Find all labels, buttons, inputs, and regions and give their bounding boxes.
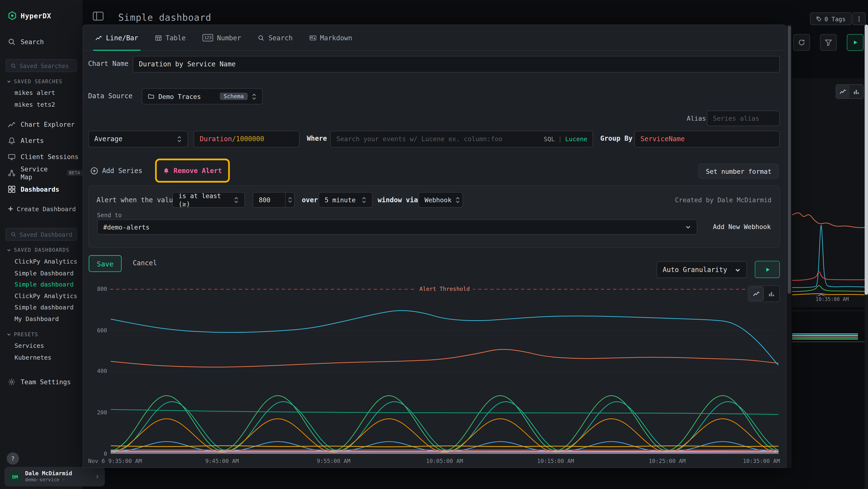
sidebar-item-dashboards[interactable]: Dashboards — [0, 181, 83, 197]
saved-search-item[interactable]: mikes tets2 — [0, 99, 83, 111]
preset-item[interactable]: Services — [0, 341, 83, 352]
add-series-button[interactable]: Add Series — [90, 163, 143, 179]
x-tick: 10:15:00 AM — [537, 458, 574, 464]
user-name: Dale McDiarmid — [25, 470, 72, 477]
x-tick: 9:45:00 AM — [205, 458, 239, 464]
dashboard-item[interactable]: My Dashboard — [0, 314, 83, 325]
x-tick: 10:25:00 AM — [649, 458, 685, 464]
help-button[interactable]: ? — [7, 452, 19, 465]
saved-search-item[interactable]: mikes alert — [0, 88, 83, 99]
filter-icon — [825, 39, 832, 46]
tags-button[interactable]: 0 Tags — [810, 12, 851, 25]
dashboard-item[interactable]: Simple dashboard — [0, 302, 83, 314]
chart-name-input[interactable] — [133, 56, 780, 73]
save-button[interactable]: Save — [89, 255, 122, 272]
saved-searches-header[interactable]: SAVED SEARCHES — [7, 79, 83, 84]
sidebar-item-service-map[interactable]: Service Map BETA — [0, 165, 83, 181]
kebab-menu-button[interactable] — [852, 12, 866, 25]
background-play-button[interactable] — [847, 34, 863, 51]
alert-condition-value: is at least (≥) — [179, 192, 230, 208]
dashboard-item[interactable]: ClickPy Analytics — [0, 256, 83, 268]
line-chart-icon[interactable] — [836, 85, 850, 98]
dashboard-item-active[interactable]: Simple dashboard — [0, 279, 83, 291]
lucene-toggle[interactable]: Lucene — [565, 136, 587, 143]
sidebar-item-chart-explorer[interactable]: Chart Explorer — [0, 116, 83, 132]
sidebar-item-team-settings[interactable]: Team Settings — [0, 374, 83, 390]
saved-dashboards-header[interactable]: SAVED DASHBOARDS — [7, 248, 83, 253]
tab-number[interactable]: 123 Number — [203, 25, 241, 50]
data-source-select[interactable]: Demo Traces Schema — [142, 88, 263, 105]
presets-header[interactable]: PRESETS — [7, 332, 83, 337]
alert-window-select[interactable]: 5 minute — [318, 192, 373, 208]
sidebar-item-alerts[interactable]: Alerts — [0, 132, 83, 148]
number-stepper[interactable] — [285, 192, 294, 208]
bar-chart-icon[interactable] — [850, 85, 863, 98]
tab-label: Line/Bar — [106, 34, 138, 41]
line-chart-icon[interactable] — [749, 287, 764, 301]
page-scrollbar-thumb[interactable] — [865, 25, 868, 295]
main-chart — [110, 283, 779, 456]
saved-searches-search[interactable] — [5, 59, 77, 72]
send-to-value: #demo-alerts — [103, 223, 150, 231]
alert-condition-select[interactable]: is at least (≥) — [173, 192, 245, 208]
tab-markdown[interactable]: Markdown — [309, 25, 352, 50]
tab-table[interactable]: Table — [155, 25, 186, 50]
tab-search[interactable]: Search — [258, 25, 292, 50]
saved-dashboards-search[interactable] — [5, 228, 77, 241]
background-chart-time-label: 10:35:00 AM — [815, 297, 849, 302]
y-tick: 600 — [88, 327, 107, 333]
divider: | — [558, 136, 562, 143]
divider — [792, 310, 868, 311]
brand[interactable]: HyperDX — [0, 0, 83, 20]
sidebar-item-client-sessions[interactable]: Client Sessions — [0, 148, 83, 165]
dashboard-item[interactable]: ClickPy Analytics — [0, 291, 83, 302]
modal-scrollbar-thumb[interactable] — [787, 26, 791, 294]
create-dashboard-button[interactable]: Create Dashboard — [0, 203, 83, 215]
add-new-webhook-link[interactable]: Add New Webhook — [713, 223, 771, 230]
group-by-input[interactable]: ServiceName — [634, 131, 780, 147]
set-number-format-button[interactable]: Set number format — [699, 164, 779, 179]
user-subtitle: demo-service - — [25, 477, 72, 483]
tags-label: 0 Tags — [825, 16, 846, 22]
y-tick: 800 — [88, 286, 107, 292]
bar-chart-icon[interactable] — [764, 287, 779, 301]
aggregation-select[interactable]: Average — [88, 131, 188, 147]
user-menu[interactable]: DM Dale McDiarmid demo-service - — [5, 467, 105, 486]
saved-dashboards-input[interactable] — [20, 231, 72, 238]
search-icon — [258, 34, 265, 41]
number-123-icon: 123 — [203, 34, 213, 41]
filter-button[interactable] — [820, 34, 837, 51]
granularity-select[interactable]: Auto Granularity — [656, 261, 747, 278]
field-input[interactable]: Duration/1000000 — [194, 131, 300, 147]
data-source-value: Demo Traces — [158, 92, 201, 100]
run-query-button[interactable] — [755, 261, 780, 278]
background-chart-type-toggle[interactable] — [836, 84, 864, 99]
sidebar-item-search[interactable]: Search — [0, 36, 83, 48]
preset-item[interactable]: Kubernetes — [0, 352, 83, 364]
background-chart — [792, 89, 868, 296]
schema-badge: Schema — [220, 93, 248, 100]
alert-threshold-label: Alert Threshold — [416, 286, 473, 292]
alias-input[interactable] — [707, 111, 780, 126]
field-divisor: /1000000 — [232, 135, 264, 143]
cancel-button[interactable]: Cancel — [133, 259, 157, 267]
saved-searches-input[interactable] — [20, 62, 72, 69]
x-tick: Nov 6 9:35:00 AM — [88, 458, 142, 464]
query-language-toggle[interactable]: SQL | Lucene — [544, 131, 587, 147]
chevron-right-icon — [95, 474, 100, 479]
sidebar-collapse-icon[interactable] — [93, 11, 104, 21]
alert-channel-select[interactable]: Webhook — [418, 192, 463, 208]
alert-threshold-field — [253, 192, 294, 208]
remove-alert-button[interactable]: Remove Alert — [163, 167, 222, 174]
dashboard-item[interactable]: Simple Dashboard — [0, 268, 83, 279]
alert-channel-value: Webhook — [425, 196, 452, 204]
sql-toggle[interactable]: SQL — [544, 136, 555, 143]
refresh-button[interactable] — [793, 34, 810, 51]
bg-mini-line — [792, 335, 858, 336]
tab-line-bar[interactable]: Line/Bar — [95, 25, 138, 50]
send-to-select[interactable]: #demo-alerts — [97, 220, 697, 234]
where-label: Where — [307, 135, 327, 142]
alert-config-panel: Alert when the value is at least (≥) ove… — [88, 185, 780, 248]
x-tick: 10:05:00 AM — [426, 458, 463, 464]
alias-label: Alias — [687, 114, 706, 122]
